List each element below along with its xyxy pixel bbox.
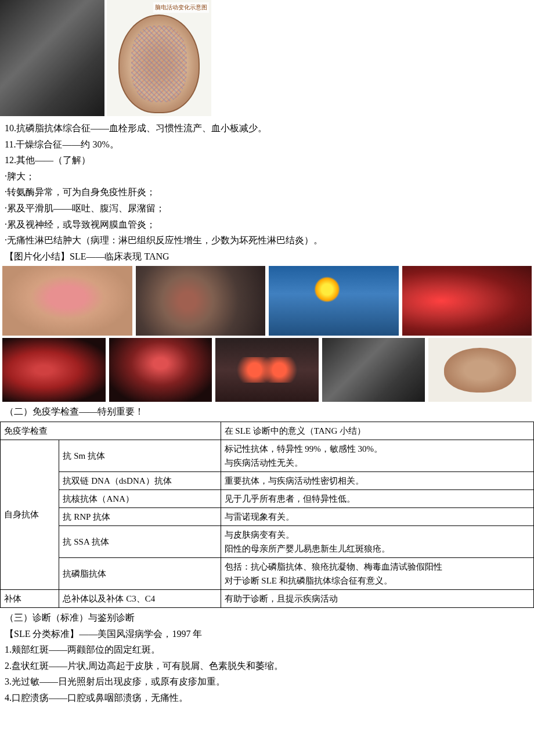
meaning-line: 与皮肤病变有关。 [225, 528, 530, 542]
antibody-name: 抗核抗体（ANA） [59, 489, 221, 507]
skin-lesion-image [136, 266, 266, 336]
section-c-heading: （三）诊断（标准）与鉴别诊断 [5, 610, 529, 625]
header-col1: 免疫学检查 [1, 422, 221, 440]
antibody-name: 抗 Sm 抗体 [59, 440, 221, 471]
table-row: 抗双链 DNA（dsDNA）抗体 重要抗体，与疾病活动性密切相关。 [1, 471, 534, 489]
kidney-image [2, 338, 106, 402]
antibody-name: 抗双链 DNA（dsDNA）抗体 [59, 471, 221, 489]
antibody-meaning: 见于几乎所有患者，但特异性低。 [221, 489, 533, 507]
top-image-row: 脑电活动变化示意图 [0, 0, 534, 116]
antibody-meaning: 包括：抗心磷脂抗体、狼疮抗凝物、梅毒血清试验假阳性 对于诊断 SLE 和抗磷脂抗… [221, 557, 533, 589]
item-10: 10.抗磷脂抗体综合征——血栓形成、习惯性流产、血小板减少。 [5, 121, 529, 136]
immunology-table: 免疫学检查 在 SLE 诊断中的意义（TANG 小结） 自身抗体 抗 Sm 抗体… [0, 422, 534, 608]
chest-xray-image [0, 0, 104, 116]
xray-small-image [322, 338, 425, 402]
section-a-content: 10.抗磷脂抗体综合征——血栓形成、习惯性流产、血小板减少。 11.干燥综合征—… [0, 121, 534, 264]
brain-diagram-image: 脑电活动变化示意图 [107, 0, 211, 116]
section-b-heading-block: （二）免疫学检查——特别重要！ [0, 404, 534, 419]
clinical-image-row-2 [0, 338, 534, 402]
brain-small-image [428, 338, 532, 402]
antibody-name: 抗 SSA 抗体 [59, 525, 221, 557]
meaning-line: 标记性抗体，特异性 99%，敏感性 30%。 [225, 442, 530, 456]
criterion-4: 4.口腔溃疡——口腔或鼻咽部溃疡，无痛性。 [5, 690, 529, 705]
group1-label: 自身抗体 [1, 440, 59, 589]
bullet-2: ·转氨酶异常，可为自身免疫性肝炎； [5, 185, 529, 200]
clinical-image-row-1 [0, 266, 534, 336]
item-11: 11.干燥综合征——约 30%。 [5, 137, 529, 152]
table-row: 补体 总补体以及补体 C3、C4 有助于诊断，且提示疾病活动 [1, 589, 534, 607]
criterion-1: 1.颊部红斑——两颧部位的固定红斑。 [5, 642, 529, 657]
meaning-line: 阳性的母亲所产婴儿易患新生儿红斑狼疮。 [225, 542, 530, 556]
joints-image [215, 338, 319, 402]
table-header-row: 免疫学检查 在 SLE 诊断中的意义（TANG 小结） [1, 422, 534, 440]
oral-ulcer-image [402, 266, 532, 336]
section-c-content: （三）诊断（标准）与鉴别诊断 【SLE 分类标准】——美国风湿病学会，1997 … [0, 610, 534, 705]
table-row: 抗 RNP 抗体 与雷诺现象有关。 [1, 507, 534, 525]
criterion-2: 2.盘状红斑——片状,周边高起于皮肤，可有脱屑、色素脱失和萎缩。 [5, 658, 529, 674]
antibody-name: 抗 RNP 抗体 [59, 507, 221, 525]
complement-name: 总补体以及补体 C3、C4 [59, 589, 221, 607]
group2-label: 补体 [1, 589, 59, 607]
table-row: 抗核抗体（ANA） 见于几乎所有患者，但特异性低。 [1, 489, 534, 507]
section-b-heading: （二）免疫学检查——特别重要！ [5, 404, 529, 419]
photosensitivity-image [269, 266, 399, 336]
malar-rash-image [2, 266, 132, 336]
antibody-meaning: 与雷诺现象有关。 [221, 507, 533, 525]
antibody-meaning: 重要抗体，与疾病活动性密切相关。 [221, 471, 533, 489]
bullet-5: ·无痛性淋巴结肿大（病理：淋巴组织反应性增生，少数为坏死性淋巴结炎）。 [5, 233, 529, 248]
antibody-meaning: 标记性抗体，特异性 99%，敏感性 30%。 与疾病活动性无关。 [221, 440, 533, 471]
table-row: 自身抗体 抗 Sm 抗体 标记性抗体，特异性 99%，敏感性 30%。 与疾病活… [1, 440, 534, 471]
heart-image [109, 338, 212, 402]
brain-shape [118, 15, 200, 113]
summary-heading: 【图片化小结】SLE——临床表现 TANG [5, 249, 529, 264]
antibody-meaning: 与皮肤病变有关。 阳性的母亲所产婴儿易患新生儿红斑狼疮。 [221, 525, 533, 557]
classification-heading: 【SLE 分类标准】——美国风湿病学会，1997 年 [5, 627, 529, 642]
table-row: 抗 SSA 抗体 与皮肤病变有关。 阳性的母亲所产婴儿易患新生儿红斑狼疮。 [1, 525, 534, 557]
header-col2: 在 SLE 诊断中的意义（TANG 小结） [221, 422, 533, 440]
brain-image-caption: 脑电活动变化示意图 [153, 2, 209, 13]
complement-meaning: 有助于诊断，且提示疾病活动 [221, 589, 533, 607]
bullet-3: ·累及平滑肌——呕吐、腹泻、尿潴留； [5, 201, 529, 216]
item-12: 12.其他——（了解） [5, 153, 529, 168]
criterion-3: 3.光过敏——日光照射后出现皮疹，或原有皮疹加重。 [5, 674, 529, 689]
meaning-line: 对于诊断 SLE 和抗磷脂抗体综合征有意义。 [225, 574, 530, 588]
table-row: 抗磷脂抗体 包括：抗心磷脂抗体、狼疮抗凝物、梅毒血清试验假阳性 对于诊断 SLE… [1, 557, 534, 589]
meaning-line: 与疾病活动性无关。 [225, 456, 530, 470]
bullet-4: ·累及视神经，或导致视网膜血管炎； [5, 217, 529, 232]
meaning-line: 包括：抗心磷脂抗体、狼疮抗凝物、梅毒血清试验假阳性 [225, 560, 530, 574]
antibody-name: 抗磷脂抗体 [59, 557, 221, 589]
bullet-1: ·脾大； [5, 169, 529, 184]
